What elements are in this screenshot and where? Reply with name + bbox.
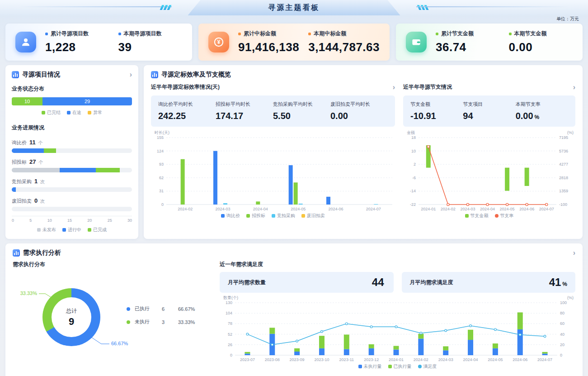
data-point[interactable] (296, 340, 298, 342)
bar[interactable] (294, 182, 298, 205)
legend-item[interactable]: 已执行量 (388, 363, 412, 370)
data-point[interactable] (494, 328, 496, 331)
bar-segment[interactable] (245, 353, 250, 355)
x-axis-tick-label: 2024-02 (178, 207, 193, 211)
legend-item[interactable]: 询比价 (221, 213, 240, 219)
demand-distribution-chart[interactable]: 总计 9 33.33% 66.67% 已执行 6 66.67% 未执行 3 (13, 270, 220, 366)
legend-item[interactable]: 竞拍采购 (272, 213, 295, 219)
bar-segment[interactable] (344, 349, 349, 355)
legend-swatch (418, 365, 422, 368)
legend-label: 竞拍采购 (277, 213, 295, 219)
bar-segment[interactable] (369, 344, 374, 348)
data-point[interactable] (519, 333, 521, 336)
data-point[interactable] (395, 326, 397, 328)
progress-bar (12, 207, 132, 211)
data-point[interactable] (246, 333, 249, 335)
legend-item[interactable]: 招投标 (246, 213, 265, 219)
legend-item[interactable]: 未执行量 (358, 363, 382, 370)
bar-segment[interactable] (418, 338, 423, 355)
legend-item[interactable]: 节支率 (495, 213, 514, 219)
bar-segment[interactable] (443, 346, 448, 350)
bar[interactable] (505, 168, 509, 191)
legend-item[interactable]: 在途 (67, 109, 81, 116)
data-point[interactable] (321, 330, 323, 333)
data-point[interactable] (466, 203, 469, 205)
legend-item[interactable]: 已执行 6 66.67% (127, 305, 195, 312)
bar-segment[interactable] (418, 334, 423, 339)
bar-segment[interactable] (319, 336, 325, 348)
legend-item[interactable]: 废旧拍卖 (301, 213, 325, 219)
data-point[interactable] (486, 203, 489, 205)
legend-swatch (67, 111, 71, 114)
chevron-right-icon[interactable]: › (573, 249, 575, 257)
x-axis-tick-label: 2024-07 (539, 207, 554, 211)
bar-segment[interactable] (369, 348, 374, 355)
bar-segment[interactable] (294, 352, 300, 355)
bar[interactable] (256, 201, 260, 205)
data-point[interactable] (544, 335, 546, 338)
legend-item[interactable]: 未发布 (37, 227, 56, 233)
legend-item[interactable]: 未执行 3 33.33% (127, 319, 195, 325)
y-axis-tick-label: 26 (228, 343, 232, 347)
legend-label: 异常 (93, 109, 102, 116)
bar-segment[interactable] (517, 312, 523, 329)
legend-label: 在途 (72, 109, 81, 116)
kpi-value: 3,144,787.63 (308, 40, 380, 54)
stat: 节支金额-10.91 (410, 101, 463, 121)
bar-segment[interactable] (493, 343, 498, 348)
data-point[interactable] (445, 329, 447, 332)
bar-segment[interactable] (443, 350, 448, 355)
bar[interactable] (374, 204, 378, 205)
chevron-right-icon[interactable]: › (130, 71, 132, 78)
efficiency-chart[interactable]: 03162931241552024-022024-032024-042024-0… (151, 129, 395, 212)
bar-segment[interactable] (493, 348, 498, 355)
bar-segment[interactable] (542, 353, 548, 355)
data-point[interactable] (271, 343, 273, 346)
panel-chart-icon (12, 71, 19, 78)
bar[interactable] (213, 151, 217, 205)
bar-segment[interactable] (394, 346, 399, 349)
bar-segment[interactable] (319, 348, 325, 355)
bar-segment[interactable] (542, 352, 548, 354)
bar[interactable] (289, 165, 293, 205)
legend-item[interactable]: 已完结 (42, 109, 61, 116)
bar-segment[interactable] (245, 352, 250, 354)
bar[interactable] (426, 145, 431, 168)
legend-item[interactable]: 满足度 (418, 363, 437, 370)
kpi-metric: 累计寻源项目数 1,228 (45, 30, 109, 54)
bar[interactable] (525, 168, 529, 186)
bar-segment[interactable] (468, 340, 473, 355)
bar-segment[interactable] (468, 330, 473, 340)
donut-legend: 已执行 6 66.67% 未执行 3 33.33% (127, 305, 195, 332)
legend-item[interactable]: 节支金额 (465, 213, 489, 219)
data-point[interactable] (420, 332, 422, 334)
demand-panel-title: 需求执行分析 (23, 249, 61, 257)
demand-panel: 需求执行分析 › 需求执行分布 总计 9 33.33% 66.67% (5, 243, 583, 376)
legend-item[interactable]: 进行中 (62, 227, 81, 233)
data-point[interactable] (526, 203, 528, 205)
bar-segment[interactable] (394, 350, 399, 355)
data-point[interactable] (427, 146, 429, 148)
legend-item[interactable]: 异常 (88, 109, 102, 116)
bar-segment[interactable] (344, 334, 349, 349)
bar[interactable] (326, 197, 330, 205)
legend-item[interactable]: 已完成 (88, 227, 107, 233)
bar-segment[interactable] (294, 348, 300, 352)
bar[interactable] (223, 203, 227, 205)
savings-chart[interactable]: -22-14-621018-10013592818427757367195202… (403, 129, 575, 212)
data-point[interactable] (447, 203, 449, 205)
data-point[interactable] (506, 203, 508, 205)
data-point[interactable] (345, 323, 348, 325)
bar-segment[interactable] (269, 328, 275, 333)
bar[interactable] (181, 159, 185, 205)
x-axis-tick-label: 2024-02 (414, 357, 428, 362)
data-point[interactable] (370, 326, 372, 328)
status-distribution-bar[interactable]: 1029 (12, 97, 132, 105)
data-point[interactable] (470, 325, 472, 327)
chevron-right-icon[interactable]: › (573, 84, 575, 91)
data-point[interactable] (546, 203, 548, 205)
satisfaction-chart[interactable]: 02652781041300204060801002023-072023-082… (220, 295, 575, 362)
chevron-right-icon[interactable]: › (393, 84, 395, 91)
bar[interactable] (299, 204, 303, 205)
bar-segment[interactable] (517, 329, 523, 355)
